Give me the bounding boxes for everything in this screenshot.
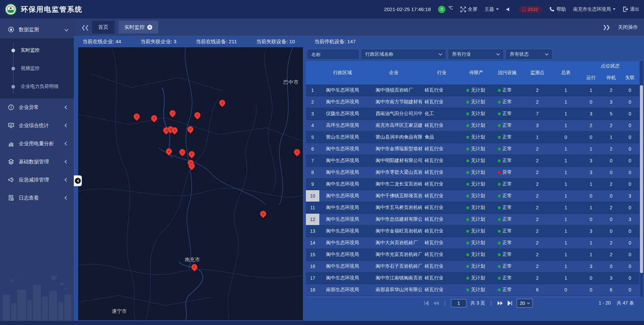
table-scrollbar[interactable] — [640, 61, 643, 297]
sidebar-item-stats[interactable]: 企业综合统计 — [0, 116, 74, 134]
theme-dropdown[interactable]: 主题 — [485, 6, 499, 12]
cell-industry: 砖瓦行业 — [422, 120, 462, 131]
table-row[interactable]: 10阆中生态环境局阆中千佛镇五郎垭页岩砖瓦行业无计划正常21003 — [306, 190, 639, 202]
table-row[interactable]: 18南部生态环境局南部县双华山河有限公砖瓦行业无计划正常60060 — [306, 284, 639, 296]
phone-icon — [549, 7, 554, 12]
fullscreen-button[interactable]: 全屏 — [461, 6, 477, 12]
close-operations-button[interactable]: 关闭操作 — [618, 24, 638, 31]
row-index: 11 — [306, 202, 319, 213]
limit-status-text: 无计划 — [471, 134, 485, 140]
bell-icon — [522, 7, 526, 12]
prev-page-button[interactable] — [433, 301, 439, 306]
mute-button[interactable] — [506, 7, 512, 12]
limit-status-text: 无计划 — [471, 87, 485, 93]
sidebar-item-layers[interactable]: 基础数据管理 — [0, 153, 74, 171]
industry-select[interactable]: 所有行业 — [448, 49, 504, 60]
logout-button[interactable]: 退出 — [623, 6, 639, 12]
table-row[interactable]: 4高坪生态环境局南充市高坪区王家店建砖瓦行业无计划正常31220 — [306, 120, 639, 131]
table-row[interactable]: 6阆中生态环境局阆中市金博瑞新型墙材砖瓦行业无计划正常21120 — [306, 143, 639, 155]
status-dot-green-icon — [466, 136, 469, 139]
table-row[interactable]: 14阆中生态环境局阆中大兴页岩机砖厂砖瓦行业无计划正常21120 — [306, 237, 639, 249]
facility-status-text: 正常 — [502, 252, 512, 258]
cell-limit-status: 无计划 — [462, 143, 491, 155]
stat-value: 10 — [289, 39, 295, 44]
table-row[interactable]: 5营山生态环境局营山县润丰肉食品有限食品无计划正常10010 — [306, 131, 639, 143]
next-page-button[interactable] — [497, 301, 503, 306]
name-search-input[interactable] — [311, 52, 355, 57]
skyline-decoration — [0, 271, 74, 325]
col-facility: 治污设施 — [491, 61, 523, 85]
cell-meters: 1 — [551, 178, 580, 190]
tab-close-icon[interactable]: ✕ — [147, 25, 152, 30]
sidebar-item-megaphone[interactable]: 应急减排管理 — [0, 171, 74, 189]
col-industry: 行业 — [422, 61, 462, 85]
tab-active[interactable]: 实时监控✕ — [118, 21, 158, 34]
table-row[interactable]: 8阆中生态环境局阆中市枣碧大梁山页岩砖瓦行业无计划异常21300 — [306, 167, 639, 178]
last-page-button[interactable] — [507, 301, 513, 306]
tab-item[interactable]: 首页 — [92, 21, 114, 34]
sidebar-item-data-monitor[interactable]: 数据监测 — [0, 20, 74, 39]
table-row[interactable]: 9阆中生态环境局阆中市二龙长宝页岩砖砖瓦行业无计划正常21120 — [306, 178, 639, 190]
top-header: 环保用电监管系统 2021-02-25 17:46:18 0 ℃ 全屏 主题 2… — [0, 0, 644, 18]
tab-label: 实时监控 — [124, 24, 145, 31]
table-row[interactable]: 17阆中生态环境局阆中市江南镇阆南页岩砖瓦行业无计划正常21030 — [306, 272, 639, 284]
cell-industry: 砖瓦行业 — [422, 178, 462, 190]
stat-value: 147 — [347, 39, 356, 44]
cell-meters: 1 — [551, 143, 580, 155]
cell-meters: 1 — [551, 202, 580, 213]
cell-meters: 1 — [551, 214, 580, 225]
notification-badge[interactable]: 2632 — [519, 6, 542, 13]
sidebar-collapse-button[interactable] — [74, 175, 82, 186]
cell-points: 2 — [523, 202, 551, 213]
limit-status-text: 无计划 — [471, 205, 485, 211]
tabs-scroll-left-icon[interactable]: ❮❮ — [81, 24, 88, 31]
sidebar-subitem[interactable]: 企业电力负荷明细 — [0, 77, 74, 96]
row-index: 18 — [306, 284, 319, 295]
sidebar-subitem[interactable]: 视频监控 — [0, 59, 74, 77]
region-select[interactable]: 行政区域名称 — [361, 49, 446, 60]
col-company: 企业 — [366, 61, 422, 85]
org-dropdown[interactable]: 南充市生态环境局 — [573, 6, 615, 12]
sidebar-item-label: 企业用电量分析 — [19, 141, 65, 147]
cell-limit-status: 无计划 — [462, 272, 491, 284]
sidebar-subitem[interactable]: 实时监控 — [0, 41, 74, 59]
cell-lost: 0 — [621, 108, 639, 119]
sidebar-item-log[interactable]: 日志查看 — [0, 189, 74, 207]
map-panel[interactable]: 巴中市南充市遂宁市 — [78, 47, 303, 320]
facility-status-text: 正常 — [502, 193, 512, 199]
cell-limit-status: 无计划 — [462, 225, 491, 237]
table-row[interactable]: 15阆中生态环境局阆中市光富页岩机砖厂砖瓦行业无计划正常21120 — [306, 249, 639, 261]
table-row[interactable]: 7阆中生态环境局阆中明阳建材有限公司砖瓦行业无计划正常21300 — [306, 155, 639, 167]
status-dot-green-icon — [498, 230, 501, 233]
tabs-scroll-right-icon[interactable]: ❯❯ — [603, 24, 609, 30]
page-number-input[interactable] — [451, 299, 467, 307]
table-row[interactable]: 3仪陇生态环境局西南油气田分公司川中化工无计划正常71350 — [306, 108, 639, 120]
help-button[interactable]: 帮助 — [549, 6, 566, 12]
status-select[interactable]: 所有状态 — [505, 49, 552, 60]
table-row[interactable]: 16阆中生态环境局阆中市石子页岩机砖厂砖瓦行业无计划正常21300 — [306, 261, 639, 272]
layers-icon — [8, 159, 14, 165]
cell-facility-status: 正常 — [491, 261, 523, 272]
cell-running: 0 — [580, 272, 602, 284]
table-row[interactable]: 13阆中生态环境局阆中市金福旺页岩机砖砖瓦行业无计划正常21300 — [306, 225, 639, 237]
chevron-left-icon — [64, 123, 68, 127]
alert-icon — [8, 104, 14, 110]
status-dot-green-icon — [498, 183, 501, 186]
status-dot-green-icon — [466, 159, 469, 162]
cell-industry: 砖瓦行业 — [422, 237, 462, 249]
scrollbar-thumb[interactable] — [640, 85, 643, 273]
cell-company: 阆中市石子页岩机砖厂 — [366, 261, 422, 272]
sidebar-item-analysis[interactable]: 企业用电量分析 — [0, 134, 74, 153]
table-row[interactable]: 12阆中生态环境局阆中市忠信建材有限公砖瓦行业无计划正常21003 — [306, 214, 639, 225]
cell-running: 3 — [580, 261, 602, 272]
table-row[interactable]: 2阆中生态环境局阆中市南方节能建材有砖瓦行业无计划正常21030 — [306, 96, 639, 108]
row-index: 10 — [306, 190, 319, 202]
first-page-button[interactable] — [424, 301, 429, 306]
tab-bar: ❮❮ 首页实时监控✕ ❯❯ 关闭操作 — [74, 18, 644, 36]
cell-facility-status: 正常 — [491, 108, 523, 119]
table-row[interactable]: 1阆中生态环境局阆中强锐页岩砖厂砖瓦行业无计划正常21120 — [306, 85, 639, 96]
page-size-select[interactable]: 20 — [517, 299, 533, 308]
cell-lost: 0 — [621, 284, 639, 295]
sidebar-item-alert[interactable]: 企业异常 — [0, 98, 74, 116]
table-row[interactable]: 11阆中生态环境局阆中市五马桥页岩机砖砖瓦行业无计划正常21120 — [306, 202, 639, 214]
